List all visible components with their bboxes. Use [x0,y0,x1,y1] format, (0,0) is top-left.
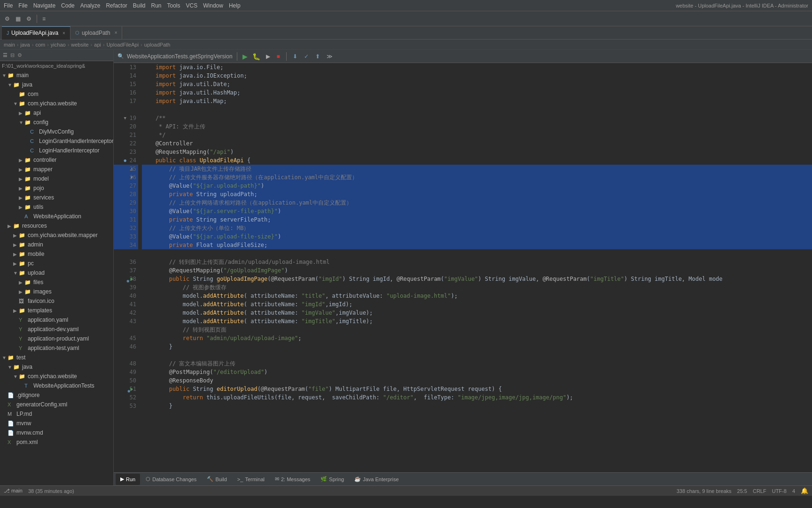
tree-item-pojo[interactable]: ▶ 📁 pojo [0,183,113,193]
btab-java-enterprise[interactable]: ☕ Java Enterprise [350,474,403,485]
git-branch-label[interactable]: ⎇ main [4,488,23,494]
indent-label: 4 [792,488,795,494]
tree-item-admin[interactable]: ▶ 📁 admin [0,240,113,249]
tree-item-config[interactable]: ▼ 📁 config [0,118,113,127]
menu-analyze[interactable]: Analyze [80,2,101,9]
bc-website[interactable]: website [71,42,88,48]
tree-item-api[interactable]: ▶ 📁 api [0,108,113,118]
menu-vcs[interactable]: VCS [186,2,198,9]
tree-item-mvnw-cmd[interactable]: 📄 mvnw.cmd [0,428,113,437]
tree-item-main[interactable]: ▼ 📁 main [0,71,113,80]
btab-messages[interactable]: ✉ 2: Messages [270,474,315,485]
tree-item-gitignore[interactable]: 📄 .gitignore [0,390,113,400]
tab-upload-path[interactable]: ⬡ uploadPath × [70,26,123,40]
gutter-47 [114,351,138,359]
menu-view[interactable]: File [18,2,27,9]
toolbar-layout[interactable]: ▦ [14,15,23,23]
tree-item-app-prod-yaml[interactable]: Y application-product.yaml [0,334,113,343]
tree-item-resources[interactable]: ▶ 📁 resources [0,221,113,230]
tree-item-app-yaml[interactable]: Y application.yaml [0,315,113,325]
tree-item-pc[interactable]: ▶ 📁 pc [0,259,113,268]
run-gutter-icon-51[interactable]: ▶ [131,385,133,393]
more-actions-btn[interactable]: ≫ [325,52,335,61]
tree-item-mapper[interactable]: ▶ 📁 mapper [0,165,113,174]
tree-item-generator-config[interactable]: X generatorConfig.xml [0,400,113,409]
run-button[interactable]: ▶ [242,52,249,61]
btab-db-changes[interactable]: ⬡ Database Changes [141,474,201,485]
tree-item-favicon[interactable]: 🖼 favicon.ico [0,296,113,306]
menu-run[interactable]: Run [151,2,162,9]
collapse-all-btn[interactable]: ⊟ [10,52,15,58]
menu-tools[interactable]: Tools [167,2,180,9]
code-line-33: @Value("${jar.upload-file-size}") [142,232,812,241]
menu-bar: File File Navigate Code Analyze Refactor… [0,0,812,11]
bc-upload-file-api[interactable]: UploadFileApi [107,42,139,48]
tree-item-lp-md[interactable]: M LP.md [0,409,113,419]
tree-item-services[interactable]: ▶ 📁 services [0,193,113,202]
bc-upload-path[interactable]: uploadPath [144,42,171,48]
menu-window[interactable]: Window [203,2,223,9]
tree-item-templates[interactable]: ▶ 📁 templates [0,306,113,315]
btab-spring[interactable]: 🌿 Spring [316,474,349,485]
menu-code[interactable]: Code [61,2,75,9]
git-commit-btn[interactable]: ✓ [302,52,311,61]
encoding-label[interactable]: UTF-8 [772,488,787,494]
tree-item-controller[interactable]: ▶ 📁 controller [0,155,113,165]
settings-btn[interactable]: ⚙ [17,52,22,58]
tab-close-btn[interactable]: × [62,31,65,36]
tree-item-com[interactable]: 📁 com [0,89,113,99]
menu-file[interactable]: File [4,2,13,9]
tree-item-utils[interactable]: ▶ 📁 utils [0,202,113,212]
toolbar-more[interactable]: ≡ [40,15,47,23]
bc-java[interactable]: java [21,42,30,48]
btab-terminal[interactable]: >_ Terminal [233,474,269,485]
tree-item-yichao-website[interactable]: ▼ 📁 com.yichao.website [0,99,113,108]
toolbar-settings[interactable]: ⚙ [3,15,12,23]
tree-item-pom-xml[interactable]: X pom.xml [0,437,113,447]
tree-item-test[interactable]: ▼ 📁 test [0,353,113,362]
code-line-46: } [142,342,812,351]
tree-item-java[interactable]: ▼ 📁 java [0,80,113,89]
code-line-48: // 富文本编辑器图片上传 [142,359,812,368]
git-update-btn[interactable]: ⬇ [291,52,299,61]
tree-item-test-com[interactable]: ▼ 📁 com.yichao.website [0,372,113,381]
tree-item-mobile[interactable]: ▶ 📁 mobile [0,249,113,259]
run-gutter-icon-38[interactable]: ▶ [131,275,133,283]
bc-yichao[interactable]: yichao [51,42,66,48]
line-ending-label[interactable]: CRLF [753,488,766,494]
tree-item-files[interactable]: ▶ 📁 files [0,278,113,287]
tree-item-login-handler[interactable]: C LoginHandlerInterceptor [0,146,113,155]
tree-item-upload[interactable]: ▼ 📁 upload [0,268,113,278]
tree-item-website-tests[interactable]: T WebsiteApplicationTests [0,381,113,390]
bc-main[interactable]: main [4,42,15,48]
tree-item-app-dev-yaml[interactable]: Y application-dev.yaml [0,325,113,334]
code-text-area[interactable]: import java.io.File; import java.io.IOEx… [138,63,812,472]
menu-navigate[interactable]: Navigate [33,2,55,9]
position-label[interactable]: 25:5 [737,488,747,494]
tree-item-app-test-yaml[interactable]: Y application-test.yaml [0,343,113,353]
debug-button[interactable]: 🐛 [251,52,261,61]
stop-button[interactable]: ■ [275,52,282,61]
bc-com[interactable]: com [35,42,45,48]
tree-item-website-app[interactable]: A WebsiteApplication [0,212,113,221]
bottom-tab-bar: ▶ Run ⬡ Database Changes 🔨 Build >_ Term… [114,472,812,485]
bc-api[interactable]: api [94,42,101,48]
coverage-button[interactable]: ▶ [264,52,272,61]
tree-item-diy-mvc[interactable]: C DiyMvcConfig [0,127,113,136]
btab-build[interactable]: 🔨 Build [202,474,231,485]
menu-refactor[interactable]: Refactor [106,2,127,9]
toolbar-gear[interactable]: ⚙ [24,15,33,23]
tree-item-model[interactable]: ▶ 📁 model [0,174,113,183]
menu-help[interactable]: Help [229,2,241,9]
tree-item-login-grant[interactable]: C LoginGrantHandlerInterceptor [0,136,113,146]
code-line-19: /** [142,114,812,122]
tree-item-mapper-res[interactable]: ▶ 📁 com.yichao.website.mapper [0,230,113,240]
btab-run[interactable]: ▶ Run [116,474,140,485]
tree-item-test-java[interactable]: ▼ 📁 java [0,362,113,372]
tree-item-mvnw[interactable]: 📄 mvnw [0,419,113,428]
tab-upload-file-api[interactable]: J UploadFileApi.java × [2,26,70,40]
menu-build[interactable]: Build [133,2,146,9]
git-push-btn[interactable]: ⬆ [313,52,322,61]
tab-close-btn-2[interactable]: × [115,30,117,35]
tree-item-images[interactable]: ▶ 📁 images [0,287,113,296]
